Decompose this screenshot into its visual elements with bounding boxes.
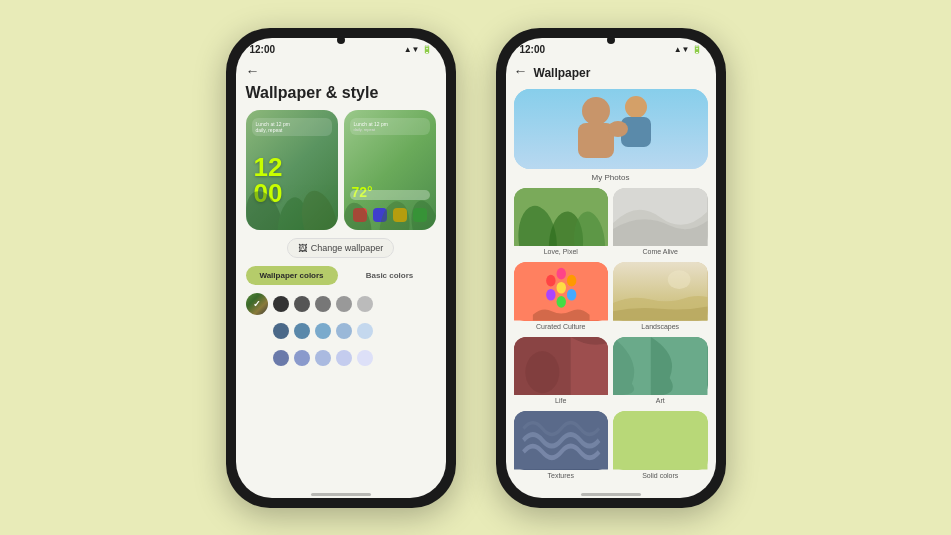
left-signal-icon: ▲▼ [404, 45, 420, 54]
photos-preview [514, 89, 708, 169]
category-love-pixel[interactable]: Love, Pixel [514, 188, 609, 258]
leaf-decoration-right [344, 182, 436, 230]
category-art[interactable]: Art [613, 337, 708, 407]
category-curated-culture[interactable]: Curated Culture [514, 262, 609, 332]
swatch-dark-4[interactable] [336, 296, 352, 312]
my-photos-label: My Photos [514, 173, 708, 182]
label-textures: Textures [514, 470, 609, 481]
category-life[interactable]: Life [514, 337, 609, 407]
left-home-indicator [311, 493, 371, 496]
left-phone: 12:00 ▲▼ 🔋 ← Wallpaper & style Lunch at … [226, 28, 456, 508]
left-time: 12:00 [250, 44, 276, 55]
category-come-alive[interactable]: Come Alive [613, 188, 708, 258]
lockscreen-preview[interactable]: Lunch at 12 pm daily, repeat 1200 [246, 110, 338, 230]
swatch-blue-5[interactable] [357, 323, 373, 339]
swatch-purple-3[interactable] [315, 350, 331, 366]
swatch-blue-3[interactable] [315, 323, 331, 339]
change-wp-icon: 🖼 [298, 243, 307, 253]
svg-point-5 [407, 198, 436, 230]
thumb-curated [514, 262, 609, 321]
thumb-textures [514, 411, 609, 470]
svg-point-9 [625, 96, 647, 118]
swatch-purple-5[interactable] [357, 350, 373, 366]
mini-clock-info: Lunch at 12 pm daily, repeat [350, 118, 430, 135]
left-screen-content: ← Wallpaper & style Lunch at 12 pm daily… [236, 59, 446, 489]
label-love-pixel: Love, Pixel [514, 246, 609, 257]
thumb-art [613, 337, 708, 396]
label-come-alive: Come Alive [613, 246, 708, 257]
swatch-dark-2[interactable] [294, 296, 310, 312]
svg-point-7 [582, 97, 610, 125]
svg-point-23 [546, 289, 555, 301]
swatch-blue-2[interactable] [294, 323, 310, 339]
swatch-purple-4[interactable] [336, 350, 352, 366]
wallpaper-category-grid: Love, Pixel Come Alive [514, 188, 708, 481]
swatch-blue-4[interactable] [336, 323, 352, 339]
swatch-dark-5[interactable] [357, 296, 373, 312]
left-status-icons: ▲▼ 🔋 [404, 45, 432, 54]
svg-point-4 [376, 199, 412, 230]
swatch-selected-item[interactable] [246, 293, 268, 315]
swatch-dark-1[interactable] [273, 296, 289, 312]
svg-point-20 [566, 275, 575, 287]
left-phone-screen: 12:00 ▲▼ 🔋 ← Wallpaper & style Lunch at … [236, 38, 446, 498]
swatch-placeholder-2 [246, 347, 268, 369]
label-art: Art [613, 395, 708, 406]
solid-art [613, 411, 708, 470]
category-solid-colors[interactable]: Solid colors [613, 411, 708, 481]
people-svg [514, 89, 708, 169]
right-home-indicator [581, 493, 641, 496]
tab-basic-colors[interactable]: Basic colors [344, 266, 436, 285]
right-time: 12:00 [520, 44, 546, 55]
svg-point-24 [546, 275, 555, 287]
label-life: Life [514, 395, 609, 406]
right-screen-content: ← Wallpaper [506, 59, 716, 489]
swatch-purple-2[interactable] [294, 350, 310, 366]
art-art [613, 337, 708, 396]
landscapes-art [613, 262, 708, 321]
svg-point-11 [608, 121, 628, 137]
homescreen-preview[interactable]: Lunch at 12 pm daily, repeat 72° [344, 110, 436, 230]
curated-art [514, 262, 609, 321]
right-nav-row: ← Wallpaper [514, 63, 708, 83]
love-pixel-art [514, 188, 609, 247]
textures-art [514, 411, 609, 470]
lock-info-line2: daily, repeat [256, 127, 328, 133]
swatch-dark-3[interactable] [315, 296, 331, 312]
right-phone-screen: 12:00 ▲▼ 🔋 ← Wallpaper [506, 38, 716, 498]
color-tabs: Wallpaper colors Basic colors [246, 266, 436, 285]
my-photos-card[interactable] [514, 89, 708, 169]
left-back-arrow[interactable]: ← [246, 63, 436, 79]
label-landscapes: Landscapes [613, 321, 708, 332]
svg-point-26 [668, 270, 691, 289]
leaf-decoration [246, 170, 338, 230]
svg-point-28 [525, 351, 559, 393]
svg-point-3 [344, 199, 376, 230]
change-wp-label: Change wallpaper [311, 243, 384, 253]
tab-wallpaper-colors[interactable]: Wallpaper colors [246, 266, 338, 285]
thumb-come-alive [613, 188, 708, 247]
left-page-title: Wallpaper & style [246, 83, 436, 102]
svg-rect-32 [613, 411, 708, 470]
category-landscapes[interactable]: Landscapes [613, 262, 708, 332]
thumb-landscapes [613, 262, 708, 321]
right-page-title: Wallpaper [534, 66, 591, 80]
life-art [514, 337, 609, 396]
right-back-arrow[interactable]: ← [514, 63, 528, 79]
come-alive-art [613, 188, 708, 247]
swatch-placeholder [246, 320, 268, 342]
change-wallpaper-button[interactable]: 🖼 Change wallpaper [287, 238, 395, 258]
right-status-icons: ▲▼ 🔋 [674, 45, 702, 54]
thumb-life [514, 337, 609, 396]
swatch-row-3 [246, 347, 436, 369]
color-swatches [246, 293, 436, 369]
swatch-purple-1[interactable] [273, 350, 289, 366]
label-curated-culture: Curated Culture [514, 321, 609, 332]
swatch-row-1 [246, 293, 436, 315]
svg-point-18 [556, 282, 565, 294]
scene: 12:00 ▲▼ 🔋 ← Wallpaper & style Lunch at … [0, 0, 951, 535]
svg-point-22 [556, 296, 565, 308]
right-battery-icon: 🔋 [692, 45, 702, 54]
category-textures[interactable]: Textures [514, 411, 609, 481]
swatch-blue-1[interactable] [273, 323, 289, 339]
